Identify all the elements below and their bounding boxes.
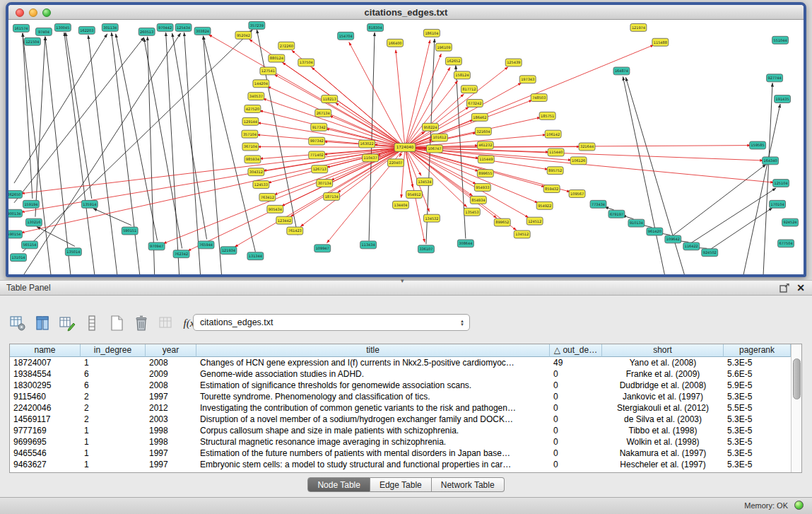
graph-node[interactable]: 761423 [287,227,303,235]
new-table-icon[interactable] [107,314,126,332]
graph-node[interactable]: 131014 [10,254,26,262]
graph-node[interactable]: 118213 [322,95,338,103]
graph-node[interactable]: 590151 [122,227,138,235]
graph-node[interactable]: 130216 [25,218,42,226]
graph-node[interactable]: 899655 [477,170,493,177]
graph-node[interactable]: 272260 [278,42,295,49]
graph-node[interactable]: 565154 [21,241,37,249]
graph-node[interactable]: 163022 [359,140,375,148]
graph-node[interactable]: 131344 [247,252,264,260]
graph-node[interactable]: 125434 [175,23,192,31]
graph-node[interactable]: 159194 [23,200,39,208]
column-header-in_degree[interactable]: in_degree [81,344,146,357]
graph-node[interactable]: 185751 [539,112,555,119]
table-row[interactable]: 911546021997Tourette syndrome. Phenomeno… [10,391,791,402]
graph-node[interactable]: 106126 [570,157,587,165]
graph-node[interactable]: 115440 [548,148,564,156]
graph-node[interactable]: 116422 [683,243,700,250]
graph-node[interactable]: 125439 [505,59,522,66]
graph-node[interactable]: 109642 [665,235,681,243]
graph-node[interactable]: 367104 [242,143,259,151]
graph-node[interactable]: 679197 [608,210,625,218]
show-columns-icon[interactable] [33,314,52,332]
graph-node[interactable]: 186462 [471,113,488,121]
table-row[interactable]: 946554611997Estimation of the future num… [10,448,791,459]
graph-node[interactable]: 134404 [393,201,409,209]
graph-node[interactable]: 970442 [157,23,173,31]
graph-node[interactable]: 958224 [422,123,438,131]
graph-node[interactable]: 748503 [531,94,547,102]
table-row[interactable]: 946362711997Embryonic stem cells: a mode… [10,459,791,470]
graph-node[interactable]: 985934 [245,156,261,163]
graph-node[interactable]: 817712 [461,86,477,93]
graph-node[interactable]: 106142 [545,130,561,138]
graph-node[interactable]: 166400 [387,39,404,47]
graph-node[interactable]: 129144 [242,117,259,125]
graph-node[interactable]: 113434 [360,241,377,249]
graph-node[interactable]: 924524 [782,218,799,226]
column-header-title[interactable]: title [196,344,550,357]
graph-node[interactable]: 109947 [314,245,331,252]
table-row[interactable]: 977716911998Corpus callosum shape and si… [10,425,791,436]
graph-node[interactable]: 303824 [194,27,211,35]
graph-node[interactable]: 130045 [54,23,71,31]
graph-node[interactable]: 191435 [775,95,791,103]
graph-node[interactable]: 924502 [702,249,718,257]
graph-node[interactable]: 134532 [423,214,440,222]
graph-node[interactable]: 101612 [431,134,447,141]
graph-node[interactable]: 134512 [514,230,530,238]
graph-node[interactable]: 551044 [772,36,789,44]
graph-node[interactable]: 106747 [426,145,442,153]
column-header-short[interactable]: short [602,344,724,357]
float-panel-icon[interactable] [779,284,789,293]
tab-network-table[interactable]: Network Table [432,477,505,492]
graph-node[interactable]: 357104 [242,130,258,138]
graph-node[interactable]: 917342 [311,123,327,131]
graph-node[interactable]: 336107 [418,245,434,253]
graph-node[interactable]: 307134 [317,180,333,187]
graph-node[interactable]: 267134 [315,109,331,117]
rows-icon[interactable] [83,314,101,332]
table-row[interactable]: 1456911722003Disruption of a novel membe… [10,414,791,425]
graph-node[interactable]: 162652 [445,57,461,65]
graph-node[interactable]: 961420 [647,228,663,235]
graph-node[interactable]: 260513 [139,28,155,35]
graph-node[interactable]: 954933 [474,184,490,192]
graph-node[interactable]: 154704 [338,32,354,40]
tab-edge-table[interactable]: Edge Table [370,477,432,492]
graph-node[interactable]: 135453 [464,208,480,216]
graph-node[interactable]: 321644 [579,143,595,151]
graph-node[interactable]: 121504 [24,37,40,45]
graph-node[interactable]: 673242 [466,100,483,107]
split-pane-grip[interactable]: ▾ [401,277,404,284]
graph-node[interactable]: 121934 [220,247,237,255]
graph-node[interactable]: 134534 [416,178,433,186]
table-row[interactable]: 1872400712008Changes of HCN gene express… [10,357,791,368]
graph-node[interactable]: 321604 [475,127,491,135]
graph-node[interactable]: 818304 [367,23,384,31]
graph-node[interactable]: 677504 [778,240,794,247]
graph-node[interactable]: 170104 [770,200,786,208]
graph-node[interactable]: 590154 [8,230,22,238]
graph-node[interactable]: 135014 [65,248,81,256]
graph-node[interactable]: 301134 [102,23,118,31]
graph-node[interactable]: 121974 [630,23,647,31]
graph-node[interactable]: 137504 [298,59,314,66]
graph-node[interactable]: 187134 [324,192,340,200]
graph-node[interactable]: 109567 [569,189,585,197]
graph-node[interactable]: 880124 [269,54,285,62]
graph-node[interactable]: 970947 [148,243,165,250]
column-header-pagerank[interactable]: pagerank [724,344,791,357]
memory-status-icon[interactable] [794,501,804,510]
import-table-icon[interactable] [157,314,175,332]
graph-node[interactable]: 910134 [628,219,645,227]
tab-node-table[interactable]: Node Table [307,477,370,492]
table-settings-icon[interactable] [8,314,27,332]
graph-node[interactable]: 110437 [363,154,379,162]
graph-node[interactable]: 765944 [198,241,214,249]
table-row[interactable]: 2242004622012Investigating the contribut… [10,402,791,414]
graph-node[interactable]: 997342 [309,137,325,145]
close-panel-icon[interactable]: ✕ [796,282,805,293]
graph-node[interactable]: 196109 [435,43,452,51]
graph-node[interactable]: 262650 [8,190,22,198]
